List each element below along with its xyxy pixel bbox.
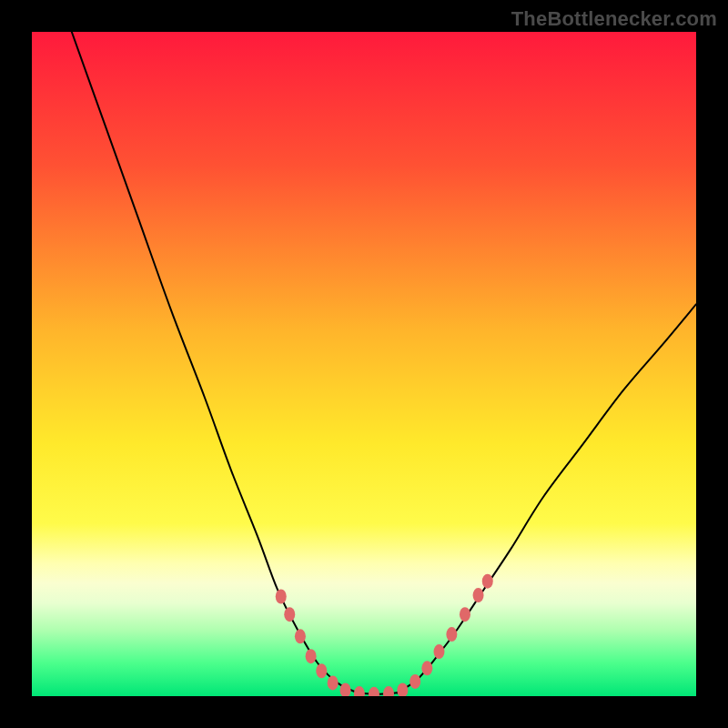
chart-background xyxy=(32,32,696,696)
highlight-point xyxy=(482,574,493,589)
highlight-point xyxy=(284,607,295,622)
highlight-point xyxy=(410,674,420,689)
highlight-point xyxy=(328,675,339,690)
highlight-point xyxy=(421,661,432,675)
highlight-point xyxy=(316,663,327,678)
highlight-point xyxy=(473,588,484,602)
bottleneck-chart xyxy=(32,32,696,696)
highlight-point xyxy=(446,627,457,642)
highlight-point xyxy=(295,629,306,643)
watermark-text: TheBottlenecker.com xyxy=(511,7,717,31)
chart-frame: TheBottlenecker.com xyxy=(0,0,728,728)
highlight-point xyxy=(433,644,444,659)
plot-area xyxy=(32,32,696,696)
highlight-point xyxy=(460,607,470,622)
highlight-point xyxy=(276,590,287,604)
highlight-point xyxy=(306,649,317,663)
